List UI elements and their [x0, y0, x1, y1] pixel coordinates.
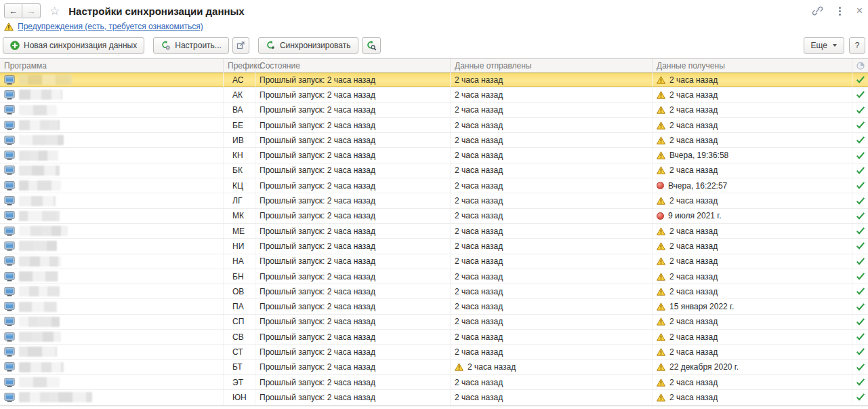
program-cell	[0, 118, 224, 132]
program-icon	[4, 347, 15, 357]
table-row[interactable]: БК Прошлый запуск: 2 часа назад 2 часа н…	[0, 163, 868, 178]
column-header-prefix[interactable]: Префикс	[224, 59, 255, 72]
check-icon	[856, 242, 865, 250]
warning-icon	[657, 317, 665, 326]
program-name-redacted	[19, 135, 64, 145]
program-icon	[4, 165, 15, 175]
help-button[interactable]: ?	[849, 37, 865, 54]
state-cell: Прошлый запуск: 2 часа назад	[255, 284, 451, 298]
synchronize-button[interactable]: Синхронизировать	[258, 37, 358, 54]
program-name-redacted	[19, 196, 56, 206]
data-received-cell: 2 часа назад	[653, 284, 852, 298]
plus-icon	[10, 41, 20, 50]
configure-button[interactable]: Настроить...	[153, 37, 229, 54]
get-link-icon[interactable]	[812, 5, 823, 16]
program-cell	[0, 345, 224, 359]
table-row[interactable]: АК Прошлый запуск: 2 часа назад 2 часа н…	[0, 87, 868, 102]
state-cell: Прошлый запуск: 2 часа назад	[255, 254, 451, 269]
state-cell: Прошлый запуск: 2 часа назад	[255, 330, 451, 344]
column-header-data-sent[interactable]: Данные отправлены	[451, 59, 653, 72]
state-cell: Прошлый запуск: 2 часа назад	[255, 103, 451, 117]
program-cell	[0, 193, 224, 208]
warnings-banner: Предупреждения (есть, требуется ознакоми…	[4, 21, 203, 32]
program-name-redacted	[19, 151, 58, 161]
table-row[interactable]: ОВ Прошлый запуск: 2 часа назад 2 часа н…	[0, 284, 868, 299]
table-body: АС Прошлый запуск: 2 часа назад 2 часа н…	[0, 73, 868, 406]
data-received-cell: 2 часа назад	[653, 163, 852, 178]
sync-result-cell	[852, 118, 868, 132]
table-row[interactable]: НИ Прошлый запуск: 2 часа назад 2 часа н…	[0, 239, 868, 254]
table-row[interactable]: ЛГ Прошлый запуск: 2 часа назад 2 часа н…	[0, 193, 868, 208]
table-header: Программа Префикс Состояние Данные отпра…	[0, 59, 868, 73]
state-cell: Прошлый запуск: 2 часа назад	[255, 178, 451, 193]
favorite-star-icon[interactable]: ☆	[49, 5, 60, 17]
program-cell	[0, 330, 224, 344]
table-row[interactable]: СП Прошлый запуск: 2 часа назад 2 часа н…	[0, 315, 868, 330]
program-icon	[4, 196, 15, 206]
program-name-redacted	[19, 180, 61, 191]
check-icon	[856, 227, 865, 235]
program-icon	[4, 211, 15, 220]
table-row-selected[interactable]: АС Прошлый запуск: 2 часа назад 2 часа н…	[0, 73, 868, 87]
table-row[interactable]: ЭТ Прошлый запуск: 2 часа назад 2 часа н…	[0, 375, 868, 390]
prefix-cell: АК	[224, 87, 255, 102]
table-row[interactable]: ПА Прошлый запуск: 2 часа назад 2 часа н…	[0, 299, 868, 314]
close-icon[interactable]: ×	[856, 5, 863, 16]
data-sent-cell: 2 часа назад	[451, 118, 653, 132]
table-row[interactable]: БЕ Прошлый запуск: 2 часа назад 2 часа н…	[0, 118, 868, 133]
program-name-redacted	[19, 347, 57, 357]
table-row[interactable]: НА Прошлый запуск: 2 часа назад 2 часа н…	[0, 254, 868, 269]
table-row[interactable]: МЕ Прошлый запуск: 2 часа назад 2 часа н…	[0, 224, 868, 239]
program-cell	[0, 73, 224, 87]
error-icon	[657, 182, 664, 189]
warning-icon	[657, 303, 665, 311]
program-name-redacted	[19, 211, 60, 221]
warning-icon	[657, 378, 665, 387]
more-button[interactable]: Еще	[804, 37, 844, 54]
data-received-cell: 2 часа назад	[653, 315, 852, 329]
column-header-data-received[interactable]: Данные получены	[653, 59, 852, 72]
program-icon	[4, 105, 15, 115]
table-row[interactable]: КЦ Прошлый запуск: 2 часа назад 2 часа н…	[0, 178, 868, 193]
column-header-state[interactable]: Состояние	[255, 59, 451, 72]
check-icon	[856, 258, 865, 265]
state-cell: Прошлый запуск: 2 часа назад	[255, 299, 451, 313]
table-row[interactable]: СВ Прошлый запуск: 2 часа назад 2 часа н…	[0, 330, 868, 345]
sync-monitor-button[interactable]	[362, 37, 381, 54]
warnings-link[interactable]: Предупреждения (есть, требуется ознакоми…	[18, 22, 203, 31]
program-icon	[4, 181, 15, 191]
program-name-redacted	[19, 105, 57, 115]
table-row[interactable]: СТ Прошлый запуск: 2 часа назад 2 часа н…	[0, 345, 868, 359]
sync-result-cell	[852, 178, 868, 193]
column-header-status[interactable]	[852, 59, 868, 72]
check-icon	[856, 182, 865, 189]
titlebar: ← → ☆ Настройки синхронизации данных ×	[4, 3, 863, 19]
forward-button[interactable]: →	[22, 3, 41, 18]
sync-result-cell	[852, 224, 868, 238]
program-icon	[4, 121, 15, 130]
new-sync-button[interactable]: Новая синхронизация данных	[3, 37, 144, 54]
table-row[interactable]: КН Прошлый запуск: 2 часа назад 2 часа н…	[0, 148, 868, 163]
program-cell	[0, 254, 224, 269]
prefix-cell: ОВ	[224, 284, 255, 298]
check-icon	[856, 121, 865, 129]
back-button[interactable]: ←	[4, 3, 22, 18]
sync-result-cell	[852, 330, 868, 344]
table-row[interactable]: ЮН Прошлый запуск: 2 часа назад 2 часа н…	[0, 390, 868, 405]
state-cell: Прошлый запуск: 2 часа назад	[255, 133, 451, 147]
warning-icon	[657, 136, 665, 144]
table-row[interactable]: БН Прошлый запуск: 2 часа назад 2 часа н…	[0, 269, 868, 284]
sync-result-cell	[852, 269, 868, 284]
prefix-cell: БТ	[224, 360, 255, 374]
table-row[interactable]: ВА Прошлый запуск: 2 часа назад 2 часа н…	[0, 103, 868, 118]
prefix-cell: МЕ	[224, 224, 255, 238]
open-sync-settings-button[interactable]	[232, 37, 249, 54]
table-row[interactable]: ИВ Прошлый запуск: 2 часа назад 2 часа н…	[0, 133, 868, 148]
table-row[interactable]: МК Прошлый запуск: 2 часа назад 2 часа н…	[0, 209, 868, 224]
table-row[interactable]: БТ Прошлый запуск: 2 часа назад 2 часа н…	[0, 360, 868, 375]
data-received-cell: 2 часа назад	[653, 269, 852, 284]
more-menu-icon[interactable]	[836, 5, 844, 17]
state-cell: Прошлый запуск: 2 часа назад	[255, 209, 451, 223]
column-header-program[interactable]: Программа	[0, 59, 224, 72]
state-cell: Прошлый запуск: 2 часа назад	[255, 315, 451, 329]
